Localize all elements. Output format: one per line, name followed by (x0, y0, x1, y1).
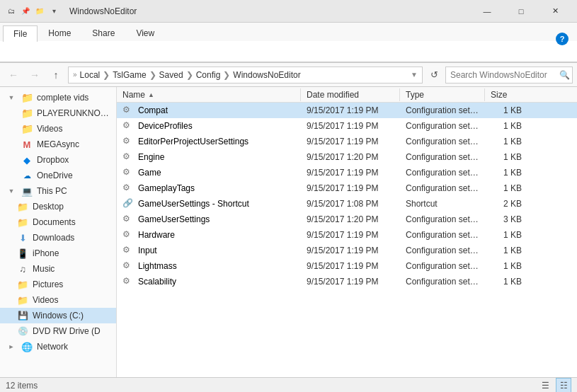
sidebar-item-onedrive[interactable]: ► ☁ OneDrive (0, 168, 116, 183)
folder-icon-complete-vids: 📁 (21, 92, 33, 103)
sidebar-item-windows-c[interactable]: 💾 Windows (C:) (0, 308, 116, 323)
window-controls: — □ ✕ (471, 0, 571, 23)
close-button[interactable]: ✕ (539, 0, 571, 23)
folder-icon-videos-top: 📁 (21, 123, 33, 134)
sidebar-item-megasync[interactable]: ► M MEGAsync (0, 137, 116, 152)
mega-icon: M (21, 139, 33, 150)
folder-icon-downloads: ⬇ (17, 232, 28, 243)
window-title: WindowsNoEditor (64, 6, 467, 16)
sidebar-label-playerunknown: PLAYERUNKNOW... (37, 108, 110, 118)
sidebar-item-downloads[interactable]: ⬇ Downloads (0, 230, 116, 246)
ribbon-tabs: File Home Share View ? (0, 23, 577, 41)
phone-icon: 📱 (17, 248, 28, 259)
col-size-label: Size (491, 90, 507, 100)
sidebar-label-videos-pc: Videos (33, 295, 58, 305)
dropdown-arrow[interactable]: ▼ (411, 71, 418, 79)
cfg-file-icon: ⚙ (122, 183, 134, 194)
sidebar-label-videos-top: Videos (37, 124, 62, 134)
breadcrumb-windowsnoeditor[interactable]: WindowsNoEditor (233, 70, 300, 80)
folder-icon-playerunknown: 📁 (21, 108, 33, 119)
sidebar-label-network: Network (37, 342, 68, 352)
forward-button[interactable]: → (25, 66, 44, 84)
file-name: Compat (138, 105, 168, 115)
sidebar-item-documents[interactable]: 📁 Documents (0, 214, 116, 230)
file-name: Lightmass (138, 261, 177, 271)
list-view-button[interactable]: ☰ (537, 378, 553, 393)
file-name: Hardware (138, 230, 175, 240)
table-row[interactable]: ⚙ Scalability 9/15/2017 1:19 PM Configur… (117, 274, 577, 289)
col-header-name[interactable]: Name ▲ (117, 88, 301, 101)
search-box[interactable]: 🔍 (445, 67, 573, 83)
sidebar-item-dropbox[interactable]: ► ◆ Dropbox (0, 152, 116, 168)
help-button[interactable]: ? (556, 33, 569, 45)
sidebar-label-documents: Documents (33, 217, 76, 227)
search-input[interactable] (450, 70, 556, 80)
sidebar-item-videos-top[interactable]: ► 📁 Videos (0, 121, 116, 137)
table-row[interactable]: ⚙ DeviceProfiles 9/15/2017 1:19 PM Confi… (117, 118, 577, 134)
table-row[interactable]: ⚙ Input 9/15/2017 1:19 PM Configuration … (117, 243, 577, 258)
refresh-button[interactable]: ↺ (425, 67, 442, 83)
status-bar: 12 items ☰ ☷ (0, 377, 577, 392)
dropbox-icon: ◆ (21, 154, 33, 166)
sidebar-item-videos-pc[interactable]: 📁 Videos (0, 292, 116, 308)
table-row[interactable]: ⚙ Lightmass 9/15/2017 1:19 PM Configurat… (117, 258, 577, 274)
table-row[interactable]: ⚙ Compat 9/15/2017 1:19 PM Configuration… (117, 103, 577, 118)
folder-icon-desktop: 📁 (17, 201, 28, 212)
status-right: ☰ ☷ (537, 378, 571, 393)
file-list-header: Name ▲ Date modified Type Size (117, 87, 577, 103)
sidebar-label-pictures: Pictures (33, 279, 63, 289)
table-row[interactable]: 🔗 GameUserSettings - Shortcut 9/15/2017 … (117, 196, 577, 212)
sidebar-item-playerunknown[interactable]: ► 📁 PLAYERUNKNOW... (0, 105, 116, 121)
sidebar-item-this-pc[interactable]: ▼ 💻 This PC (0, 183, 116, 199)
breadcrumb-tslgame[interactable]: TslGame (113, 70, 146, 80)
table-row[interactable]: ⚙ GameUserSettings 9/15/2017 1:20 PM Con… (117, 212, 577, 227)
sidebar-label-music: Music (33, 264, 55, 274)
sidebar-item-network[interactable]: ► 🌐 Network (0, 339, 116, 354)
sidebar-item-complete-vids[interactable]: ▼ 📁 complete vids (0, 90, 116, 105)
cfg-file-icon: ⚙ (122, 276, 134, 287)
col-header-type[interactable]: Type (400, 88, 485, 101)
col-date-label: Date modified (307, 90, 359, 100)
breadcrumb-config[interactable]: Config (196, 70, 221, 80)
file-list-container: Name ▲ Date modified Type Size ⚙ Compat … (117, 87, 577, 377)
onedrive-icon: ☁ (21, 170, 33, 181)
tab-home[interactable]: Home (38, 25, 81, 41)
file-name: Scalability (138, 277, 176, 287)
table-row[interactable]: ⚙ Hardware 9/15/2017 1:19 PM Configurati… (117, 227, 577, 243)
sidebar-label-dropbox: Dropbox (37, 155, 69, 165)
sidebar-label-complete-vids: complete vids (37, 93, 88, 103)
file-name: Game (138, 168, 161, 178)
tab-file[interactable]: File (3, 25, 38, 42)
sidebar-item-iphone[interactable]: 📱 iPhone (0, 246, 116, 261)
col-header-date[interactable]: Date modified (301, 88, 400, 101)
sidebar-item-pictures[interactable]: 📁 Pictures (0, 277, 116, 292)
detail-view-button[interactable]: ☷ (556, 378, 571, 393)
sidebar-item-desktop[interactable]: 📁 Desktop (0, 199, 116, 214)
sidebar-item-music[interactable]: ♫ Music (0, 261, 116, 277)
tab-share[interactable]: Share (81, 25, 125, 41)
pc-icon: 💻 (21, 185, 33, 197)
up-button[interactable]: ↑ (47, 66, 65, 84)
file-name: GameUserSettings (138, 214, 210, 224)
minimize-button[interactable]: — (471, 0, 503, 23)
address-path[interactable]: » Local ❯ TslGame ❯ Saved ❯ Config ❯ Win… (68, 67, 423, 83)
breadcrumb-saved[interactable]: Saved (159, 70, 183, 80)
table-row[interactable]: ⚙ Engine 9/15/2017 1:20 PM Configuration… (117, 149, 577, 165)
table-row[interactable]: ⚙ Game 9/15/2017 1:19 PM Configuration s… (117, 165, 577, 180)
sidebar-label-dvd: DVD RW Drive (D (33, 326, 101, 336)
sidebar-label-desktop: Desktop (33, 202, 64, 212)
expand-network: ► (6, 341, 17, 352)
col-header-size[interactable]: Size (485, 88, 527, 101)
tab-view[interactable]: View (125, 25, 165, 41)
maximize-button[interactable]: □ (505, 0, 537, 23)
folder-icon-videos-pc: 📁 (17, 294, 28, 306)
expand-this-pc: ▼ (6, 185, 17, 197)
table-row[interactable]: ⚙ EditorPerProjectUserSettings 9/15/2017… (117, 134, 577, 149)
back-button[interactable]: ← (4, 66, 23, 84)
table-row[interactable]: ⚙ GameplayTags 9/15/2017 1:19 PM Configu… (117, 180, 577, 196)
sidebar-item-dvd[interactable]: 💿 DVD RW Drive (D (0, 323, 116, 339)
cfg-file-icon: ⚙ (122, 214, 134, 225)
breadcrumb-local[interactable]: Local (80, 70, 101, 80)
drive-icon-c: 💾 (17, 310, 28, 321)
sidebar-label-onedrive: OneDrive (37, 171, 73, 180)
